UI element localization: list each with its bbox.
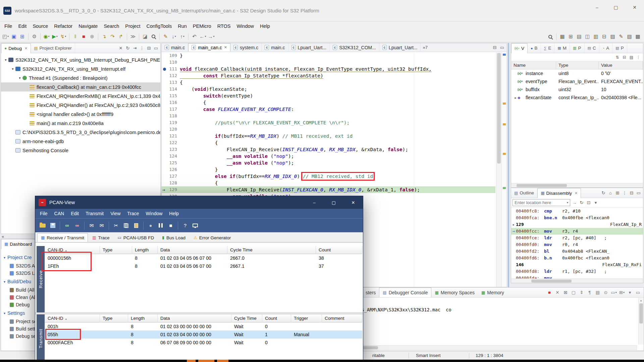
layout-icon[interactable]: ▤: [628, 54, 635, 60]
tab-peripherals[interactable]: ▥P: [570, 43, 584, 53]
view-menu-icon[interactable]: ⋮: [635, 54, 642, 60]
code-line-115[interactable]: 115 switch(eventType): [162, 93, 495, 99]
debug-tree-item[interactable]: main() at main.c:219 0x400e8a: [1, 119, 160, 128]
view-icon-1[interactable]: ⊞: [567, 33, 575, 41]
collapse-all-icon[interactable]: ⊟: [621, 54, 628, 60]
transmit-column-comment[interactable]: Comment: [322, 314, 362, 322]
line-number[interactable]: 122: [162, 139, 177, 146]
disassembly-row[interactable]: 00400fd0:movr0, r4: [511, 241, 643, 248]
code-line-122[interactable]: 122 {: [162, 139, 495, 146]
receive-column-data[interactable]: Data: [158, 246, 227, 254]
pcan-tab-bus-load[interactable]: ▮Bus Load: [158, 233, 189, 242]
back-icon[interactable]: ←▾: [199, 32, 207, 41]
transmit-column-type[interactable]: Type: [100, 314, 128, 322]
line-number[interactable]: 120: [162, 126, 177, 133]
stop-icon[interactable]: ■: [166, 221, 175, 230]
flash-icon[interactable]: ↯▾: [59, 32, 67, 41]
disassembly-row[interactable]: 00400fda:mov: [511, 275, 643, 279]
code-line-116[interactable]: 116 {: [162, 99, 495, 106]
debug-tab-project-explorer[interactable]: ▤Project Explorer: [31, 43, 75, 53]
pcan-menu-edit[interactable]: Edit: [67, 209, 82, 218]
receive-row[interactable]: 00000156h801 02 03 04 05 06 07 002667.03…: [45, 254, 362, 262]
clear-console-icon[interactable]: ▢: [570, 289, 577, 296]
disassembly-row[interactable]: 00400fce:ldrr2, [pc, #40] ;: [511, 235, 643, 241]
tree-expander-icon[interactable]: ▾: [17, 76, 22, 80]
view-menu-icon[interactable]: ⋮: [139, 45, 145, 52]
pcan-menu-window[interactable]: Window: [143, 209, 166, 218]
receive-column-cycle-time[interactable]: Cycle Time: [227, 246, 316, 254]
goto-pc-icon[interactable]: →: [571, 199, 578, 206]
instruction-step-icon[interactable]: ≫: [129, 32, 137, 41]
menu-search[interactable]: Search: [101, 21, 122, 31]
line-number[interactable]: 126: [162, 166, 177, 173]
line-number[interactable]: 110: [162, 59, 177, 66]
maximize-view-icon[interactable]: ▭: [634, 289, 642, 296]
debug-tree-item[interactable]: ▾S32K312_CAN_TX_RX_using_MB_Interrupt_De…: [1, 55, 160, 64]
menu-project[interactable]: Project: [122, 21, 143, 31]
editor-tab-main-c[interactable]: cmain.c: [262, 43, 288, 52]
column-header-name[interactable]: Name: [511, 61, 556, 69]
pcan-close-button[interactable]: ✕: [343, 196, 363, 209]
editor-tab-overflow[interactable]: »7: [421, 43, 429, 52]
save-icon[interactable]: [48, 221, 57, 230]
view-icon-4[interactable]: ▥: [592, 33, 600, 41]
show-opcodes-icon[interactable]: ⊡: [585, 199, 592, 206]
titlebar[interactable]: S32 workspaceS32DS.3.5__RTD_3_0_0 - S32K…: [0, 0, 644, 21]
pcan-menu-can[interactable]: CAN: [51, 209, 68, 218]
minimize-view-icon[interactable]: ⊟: [628, 190, 635, 196]
display-console-icon[interactable]: ▭▾: [610, 289, 618, 296]
home-icon[interactable]: ⌂: [607, 190, 614, 196]
menu-file[interactable]: File: [1, 21, 15, 31]
line-number[interactable]: 114: [162, 86, 177, 93]
code-line-126[interactable]: 126 }: [162, 166, 495, 173]
ruler-marker-current[interactable]: [503, 187, 506, 189]
word-wrap-icon[interactable]: ¶: [586, 289, 593, 296]
variable-row[interactable]: ▸◆flexcanStateconst Flexcan_Ip_...0x2040…: [511, 94, 643, 102]
line-number[interactable]: 127: [162, 173, 177, 180]
maximize-view-icon[interactable]: ▭: [635, 190, 642, 196]
ruler-marker-blue[interactable]: [503, 54, 506, 56]
line-number[interactable]: 109: [162, 52, 177, 59]
line-number[interactable]: 119: [162, 119, 177, 126]
code-line-110[interactable]: 110: [162, 59, 495, 66]
code-line-128[interactable]: 128 {: [162, 180, 495, 186]
receive-column-count[interactable]: Count: [316, 246, 362, 254]
code-line-111[interactable]: 111void flexcan0_Callback(uint8 instance…: [162, 66, 495, 72]
view-icon-8[interactable]: ▧: [625, 33, 634, 41]
disassembly-row[interactable]: →00400fcc:movr3, r4: [511, 228, 643, 235]
menu-edit[interactable]: Edit: [15, 21, 30, 31]
pause-icon[interactable]: [156, 221, 165, 230]
step-into-icon[interactable]: ↴: [100, 32, 108, 41]
view-tab-disassembly[interactable]: ▦Disassembly✕: [537, 188, 581, 198]
minimize-button[interactable]: –: [588, 0, 606, 15]
code-line-117[interactable]: 117 case FLEXCAN_EVENT_RX_COMPLETE:: [162, 106, 495, 113]
show-output-icon[interactable]: ▤: [594, 289, 601, 296]
disconnect-icon[interactable]: ∞: [72, 221, 82, 230]
transmit-column-trigger[interactable]: Trigger: [291, 314, 322, 322]
menu-rtos[interactable]: RTOS: [214, 21, 234, 31]
scroll-lock-icon[interactable]: ⇕: [578, 289, 585, 296]
prev-annotation-icon[interactable]: ↑▾: [178, 32, 186, 41]
step-over-icon[interactable]: ↷: [108, 32, 117, 41]
view-icon-5[interactable]: ⊟: [600, 33, 608, 41]
transmit-column-length[interactable]: Length: [128, 314, 158, 322]
editor-sash[interactable]: [508, 43, 509, 287]
menu-configtools[interactable]: ConfigTools: [143, 21, 175, 31]
line-number[interactable]: 117: [162, 106, 177, 113]
code-line-129[interactable]: 129→ FlexCAN_Ip_Receive(INST_FLEXCAN_0, …: [162, 186, 495, 193]
transmit-column-cycle-time[interactable]: Cycle Time: [231, 314, 262, 322]
debug-tree-item[interactable]: ▾Thread #1 (Suspended : Breakpoint): [1, 73, 160, 82]
expander-icon[interactable]: ▸: [514, 96, 518, 100]
code-line-124[interactable]: 124 __asm volatile ("nop");: [162, 153, 495, 160]
code-line-121[interactable]: 121 if(buffIdx==RX_MB_IDX) // MB11 recei…: [162, 133, 495, 139]
disassembly-row[interactable]: 146FlexCAN_Ip_RxFi: [511, 261, 643, 268]
console-tab-sters[interactable]: sters: [362, 288, 379, 297]
receive-column-can-id[interactable]: CAN-ID▴: [45, 246, 100, 254]
close-icon[interactable]: ✕: [575, 191, 578, 195]
debug-icon[interactable]: ◉▾: [42, 32, 51, 41]
debug-tree-item[interactable]: arm-none-eabi-gdb: [1, 137, 160, 146]
disassembly-row[interactable]: 00400fd6:b.n0x400fbc <flexcan0: [511, 255, 643, 261]
menu-source[interactable]: Source: [30, 21, 51, 31]
pcan-menu-transmit[interactable]: Transmit: [82, 209, 107, 218]
settings-icon[interactable]: ▾: [592, 199, 599, 206]
